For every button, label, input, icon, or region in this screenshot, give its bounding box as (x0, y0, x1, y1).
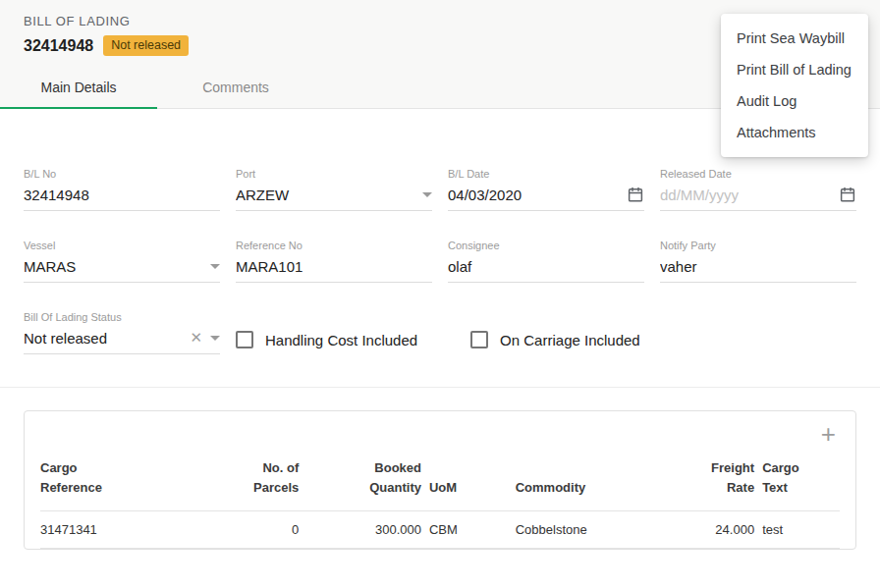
reference-no-input[interactable] (236, 258, 432, 275)
field-label: Bill Of Lading Status (24, 311, 220, 323)
status-badge: Not released (103, 35, 189, 56)
calendar-icon[interactable] (627, 186, 644, 203)
table-header-row: Cargo Reference No. of Parcels Booked Qu… (40, 451, 840, 511)
field-released-date: Released Date (660, 168, 856, 211)
tab-main-details[interactable]: Main Details (0, 66, 157, 108)
tab-label: Main Details (40, 80, 116, 95)
vessel-select[interactable]: MARAS (24, 257, 220, 283)
column-header: Freight Rate (672, 451, 762, 511)
field-label: Vessel (24, 240, 220, 251)
field-label: Reference No (236, 240, 432, 251)
field-label: Notify Party (660, 240, 856, 251)
column-header: Cargo Text (762, 451, 840, 511)
tab-label: Comments (202, 80, 269, 95)
bl-no-input[interactable] (24, 187, 220, 203)
checkbox-label: Handling Cost Included (265, 332, 417, 348)
add-cargo-button[interactable]: + (817, 421, 840, 447)
clear-icon[interactable]: ✕ (190, 329, 202, 347)
chevron-down-icon (422, 192, 432, 197)
bl-status-value: Not released (24, 330, 182, 347)
port-select[interactable]: ARZEW (236, 186, 432, 211)
consignee-input[interactable] (448, 258, 644, 275)
cell-uom: CBM (429, 511, 516, 549)
field-reference-no: Reference No (236, 240, 432, 283)
menu-item-print-bill-of-lading[interactable]: Print Bill of Lading (721, 54, 868, 85)
column-header: UoM (429, 451, 516, 511)
notify-party-input[interactable] (660, 258, 856, 275)
handling-cost-checkbox[interactable]: Handling Cost Included (236, 331, 417, 348)
checkbox-icon (236, 331, 253, 348)
bl-date-input[interactable] (448, 187, 619, 203)
cargo-card: + Cargo Reference No. of Parcels Booked … (24, 410, 856, 550)
column-header: Cargo Reference (40, 451, 236, 511)
cell-freight-rate: 24.000 (672, 511, 762, 549)
field-bl-status: Bill Of Lading Status Not released ✕ (24, 311, 220, 354)
checkbox-icon (470, 331, 488, 348)
field-consignee: Consignee (448, 240, 644, 283)
vessel-value: MARAS (24, 258, 202, 275)
checkbox-label: On Carriage Included (500, 332, 640, 348)
calendar-icon[interactable] (839, 186, 856, 203)
field-bl-no: B/L No (24, 168, 220, 211)
column-header: Booked Quantity (306, 451, 429, 511)
table-row[interactable]: 31471341 0 300.000 CBM Cobbelstone 24.00… (40, 511, 840, 549)
field-label: Released Date (660, 168, 856, 180)
context-menu: Print Sea Waybill Print Bill of Lading A… (721, 14, 868, 157)
column-header: Commodity (516, 451, 673, 511)
section-divider (0, 387, 880, 388)
field-label: B/L Date (448, 168, 644, 180)
chevron-down-icon (210, 264, 220, 269)
tab-comments[interactable]: Comments (157, 66, 314, 108)
menu-item-audit-log[interactable]: Audit Log (721, 85, 868, 117)
field-notify-party: Notify Party (660, 240, 856, 283)
column-header: No. of Parcels (236, 451, 306, 511)
document-number: 32414948 (24, 37, 93, 55)
menu-item-attachments[interactable]: Attachments (721, 117, 868, 148)
menu-item-print-sea-waybill[interactable]: Print Sea Waybill (721, 23, 868, 54)
cell-commodity: Cobbelstone (516, 511, 673, 549)
field-label: Port (236, 168, 432, 180)
cell-cargo-text: test (762, 511, 840, 549)
bl-status-select[interactable]: Not released ✕ (24, 329, 220, 354)
cell-booked-quantity: 300.000 (306, 511, 429, 549)
field-port: Port ARZEW (236, 168, 432, 211)
port-value: ARZEW (236, 187, 414, 203)
field-vessel: Vessel MARAS (24, 240, 220, 283)
chevron-down-icon (210, 336, 220, 341)
field-label: Consignee (448, 240, 644, 251)
field-label: B/L No (24, 168, 220, 180)
released-date-input[interactable] (660, 187, 831, 203)
on-carriage-checkbox[interactable]: On Carriage Included (470, 331, 640, 348)
checkbox-group: Handling Cost Included On Carriage Inclu… (236, 311, 644, 354)
cell-no-of-parcels: 0 (236, 511, 306, 549)
cell-cargo-reference: 31471341 (40, 511, 236, 549)
cargo-table: Cargo Reference No. of Parcels Booked Qu… (40, 451, 840, 549)
field-bl-date: B/L Date (448, 168, 644, 211)
